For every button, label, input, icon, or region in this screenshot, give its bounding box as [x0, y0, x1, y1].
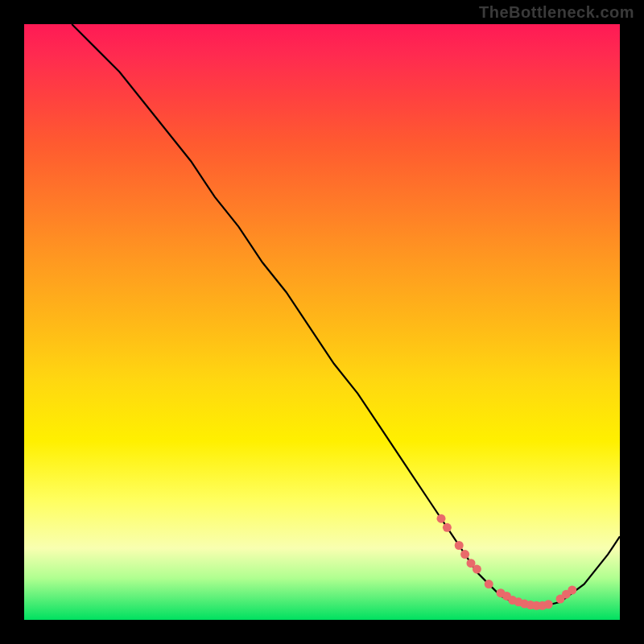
curve-svg: [24, 24, 620, 620]
marker-dot: [568, 586, 576, 595]
marker-group: [437, 514, 577, 610]
marker-dot: [460, 550, 469, 559]
marker-dot: [443, 523, 452, 532]
marker-dot: [485, 580, 493, 588]
watermark-label: TheBottleneck.com: [479, 3, 634, 22]
marker-dot: [473, 565, 481, 574]
main-curve-path: [72, 24, 620, 606]
chart-container: TheBottleneck.com: [0, 0, 644, 644]
marker-dot: [437, 514, 446, 523]
marker-dot: [455, 541, 464, 550]
plot-area: [24, 24, 620, 620]
marker-dot: [544, 600, 553, 609]
